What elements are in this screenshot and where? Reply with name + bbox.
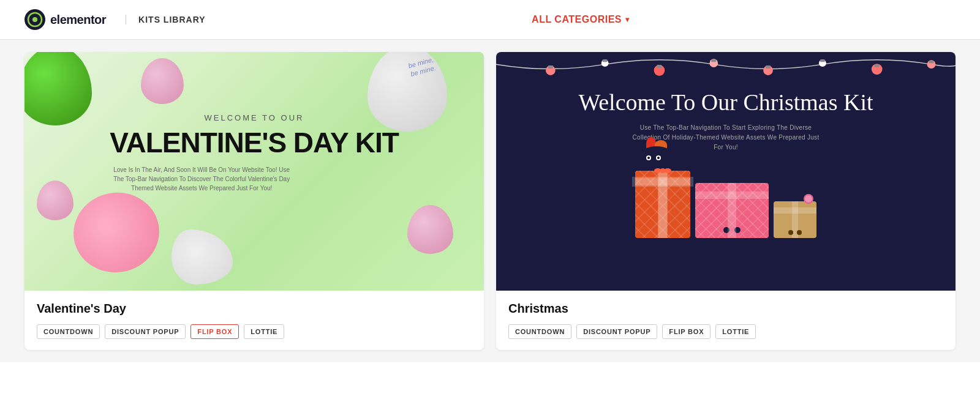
christmas-title-large: Welcome To Our Christmas Kit <box>578 89 873 117</box>
tag-christmas-countdown[interactable]: COUNTDOWN <box>508 324 571 339</box>
balloon-heart <box>67 186 165 279</box>
tag-christmas-lottie[interactable]: LOTTIE <box>715 324 756 339</box>
svg-rect-12 <box>603 59 608 62</box>
christmas-background: Welcome To Our Christmas Kit Use The Top… <box>496 52 956 291</box>
svg-rect-11 <box>548 65 553 69</box>
valentine-background: be mine,be mine. WELCOME TO OUR VALENTIN… <box>24 52 484 291</box>
balloon-pink-right <box>407 205 453 254</box>
present-tall-wrapper <box>635 171 690 238</box>
valentine-title-small: WELCOME TO OUR <box>110 113 399 122</box>
present-medium <box>695 183 769 238</box>
svg-rect-15 <box>766 65 771 69</box>
tag-discount-popup[interactable]: DISCOUNT POPUP <box>105 324 186 339</box>
valentine-title-large: VALENTINE'S DAY KIT <box>110 127 399 158</box>
card-valentine-name: Valentine's Day <box>37 302 472 316</box>
balloon-pink-left <box>37 181 74 220</box>
svg-point-2 <box>32 17 37 22</box>
card-christmas-name: Christmas <box>508 302 943 316</box>
tag-lottie[interactable]: LOTTIE <box>244 324 284 339</box>
balloon-pink-top <box>141 58 184 104</box>
tag-christmas-discount-popup[interactable]: DISCOUNT POPUP <box>576 324 657 339</box>
svg-rect-18 <box>929 61 934 63</box>
present-medium-wrapper <box>695 183 769 238</box>
card-christmas-tags: COUNTDOWN DISCOUNT POPUP FLIP BOX LOTTIE <box>508 324 943 339</box>
card-valentine[interactable]: be mine,be mine. WELCOME TO OUR VALENTIN… <box>24 52 484 350</box>
logo-area: elementor KITS LIBRARY <box>24 9 206 30</box>
all-categories-label: ALL CATEGORIES <box>532 14 622 25</box>
present-tall <box>635 171 690 238</box>
tag-flip-box[interactable]: FLIP BOX <box>190 324 239 339</box>
christmas-lights-svg <box>496 52 956 89</box>
balloon-green <box>24 52 92 125</box>
svg-rect-13 <box>657 65 662 68</box>
kits-library-label: KITS LIBRARY <box>126 15 205 24</box>
elementor-logo: elementor <box>24 9 106 30</box>
valentine-subtitle: Love Is In The Air, And Soon It Will Be … <box>110 165 293 193</box>
header-center: ALL CATEGORIES ▾ <box>206 14 956 25</box>
card-christmas[interactable]: Welcome To Our Christmas Kit Use The Top… <box>496 52 956 350</box>
header: elementor KITS LIBRARY ALL CATEGORIES ▾ <box>0 0 980 40</box>
all-categories-button[interactable]: ALL CATEGORIES ▾ <box>532 14 629 25</box>
main-content: be mine,be mine. WELCOME TO OUR VALENTIN… <box>0 40 980 362</box>
svg-rect-16 <box>820 59 825 62</box>
card-valentine-image: be mine,be mine. WELCOME TO OUR VALENTIN… <box>24 52 484 291</box>
present-small <box>774 201 816 238</box>
logo-text: elementor <box>50 13 106 27</box>
christmas-presents <box>635 171 816 238</box>
tag-christmas-flip-box[interactable]: FLIP BOX <box>662 324 710 339</box>
chevron-down-icon: ▾ <box>625 15 630 24</box>
balloon-star <box>172 229 233 285</box>
tag-countdown[interactable]: COUNTDOWN <box>37 324 100 339</box>
card-christmas-image: Welcome To Our Christmas Kit Use The Top… <box>496 52 956 291</box>
chicken-character <box>641 137 672 162</box>
svg-rect-14 <box>711 59 716 62</box>
card-valentine-info: Valentine's Day COUNTDOWN DISCOUNT POPUP… <box>24 291 484 350</box>
card-valentine-tags: COUNTDOWN DISCOUNT POPUP FLIP BOX LOTTIE <box>37 324 472 339</box>
elementor-logo-icon <box>24 9 45 30</box>
card-christmas-info: Christmas COUNTDOWN DISCOUNT POPUP FLIP … <box>496 291 956 350</box>
present-small-wrapper <box>774 201 816 238</box>
svg-rect-17 <box>875 64 880 67</box>
